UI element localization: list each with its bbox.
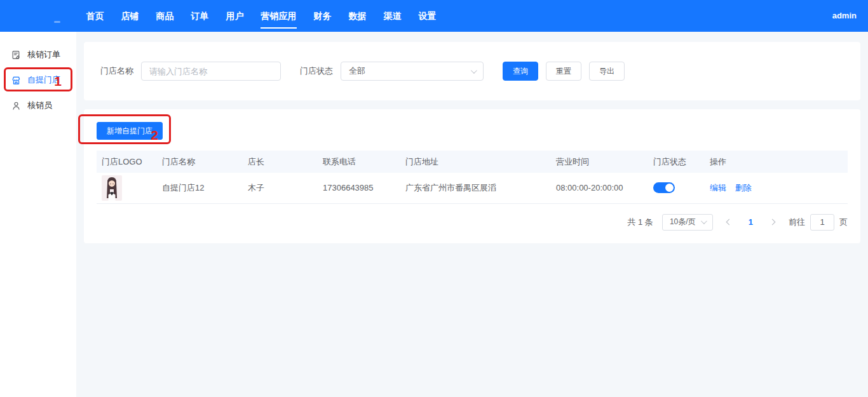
top-nav-menu: 首页 店铺 商品 订单 用户 营销应用 财务 数据 渠道 设置 [0,0,445,32]
store-status-selected-value: 全部 [349,65,365,77]
nav-item-goods[interactable]: 商品 [147,0,182,32]
page-size-value: 10条/页 [670,217,696,227]
goto-page-suffix: 页 [839,217,848,228]
col-header-address: 门店地址 [400,151,551,173]
col-header-manager: 店长 [243,151,318,173]
table-row: 自提门店12 木子 17306643985 广东省广州市番禺区展滔 08:00:… [97,173,848,203]
sidebar-item-label: 核销订单 [27,49,60,60]
goto-page-label: 前往 [789,217,805,228]
add-store-button[interactable]: 新增自提门店 [97,122,163,140]
sidebar-item-verify-orders[interactable]: 核销订单 [0,42,76,67]
cell-store-name: 自提门店12 [157,173,243,203]
chevron-left-icon [726,219,733,225]
nav-item-shop[interactable]: 店铺 [112,0,147,32]
current-page-number[interactable]: 1 [746,217,756,227]
user-menu-admin[interactable]: admin [832,0,857,32]
search-button[interactable]: 查询 [503,62,538,81]
top-navbar: 首页 店铺 商品 订单 用户 营销应用 财务 数据 渠道 设置 admin [0,0,868,32]
nav-item-finance[interactable]: 财务 [305,0,340,32]
col-header-name: 门店名称 [157,151,243,173]
prev-page-button[interactable] [722,214,737,231]
col-header-status: 门店状态 [648,151,705,173]
nav-item-users[interactable]: 用户 [217,0,252,32]
nav-item-orders[interactable]: 订单 [182,0,217,32]
store-icon [11,76,21,85]
store-name-input[interactable] [141,62,281,81]
col-header-actions: 操作 [705,151,848,173]
receipt-icon [11,50,21,60]
col-header-logo: 门店LOGO [97,151,157,173]
filter-card: 门店名称 门店状态 全部 查询 重置 导出 [84,42,860,100]
pagination: 共 1 条 10条/页 1 前往 页 [97,214,848,231]
nav-item-home[interactable]: 首页 [78,0,112,32]
main-content: 门店名称 门店状态 全部 查询 重置 导出 新增自提门店 2 门店LOGO 门店… [76,32,868,397]
edit-link[interactable]: 编辑 [710,183,726,192]
col-header-hours: 营业时间 [551,151,648,173]
nav-item-marketing[interactable]: 营销应用 [252,0,305,32]
export-button[interactable]: 导出 [589,62,625,81]
cell-phone: 17306643985 [318,173,400,203]
store-name-label: 门店名称 [100,65,133,77]
store-status-toggle[interactable] [653,182,675,193]
page-size-select[interactable]: 10条/页 [662,214,713,231]
store-logo-avatar [102,175,122,201]
delete-link[interactable]: 删除 [735,183,752,192]
nav-item-channel[interactable]: 渠道 [375,0,410,32]
cell-manager: 木子 [243,173,318,203]
sidebar: 核销订单 自提门店 核销员 1 [0,32,76,397]
store-table: 门店LOGO 门店名称 店长 联系电话 门店地址 营业时间 门店状态 操作 [97,151,848,204]
cell-hours: 08:00:00-20:00:00 [551,173,648,203]
col-header-phone: 联系电话 [318,151,400,173]
nav-item-data[interactable]: 数据 [340,0,375,32]
chevron-down-icon [701,218,707,224]
person-icon [11,101,21,111]
sidebar-item-verifiers[interactable]: 核销员 [0,93,76,118]
store-status-select[interactable]: 全部 [341,62,484,81]
logo-mark [54,21,60,23]
sidebar-item-label: 核销员 [27,100,52,111]
goto-page-input[interactable] [810,214,834,231]
nav-item-settings[interactable]: 设置 [410,0,445,32]
sidebar-item-pickup-stores[interactable]: 自提门店 [0,67,76,93]
pagination-total: 共 1 条 [627,217,653,228]
chevron-down-icon [471,67,477,74]
reset-button[interactable]: 重置 [546,62,581,81]
next-page-button[interactable] [764,214,780,231]
sidebar-item-label: 自提门店 [27,74,60,86]
table-header-row: 门店LOGO 门店名称 店长 联系电话 门店地址 营业时间 门店状态 操作 [97,151,848,173]
chevron-right-icon [769,219,775,225]
cell-address: 广东省广州市番禺区展滔 [400,173,551,203]
store-list-card: 新增自提门店 2 门店LOGO 门店名称 店长 联系电话 门店地址 营业时间 门… [84,109,860,243]
store-status-label: 门店状态 [300,65,333,77]
